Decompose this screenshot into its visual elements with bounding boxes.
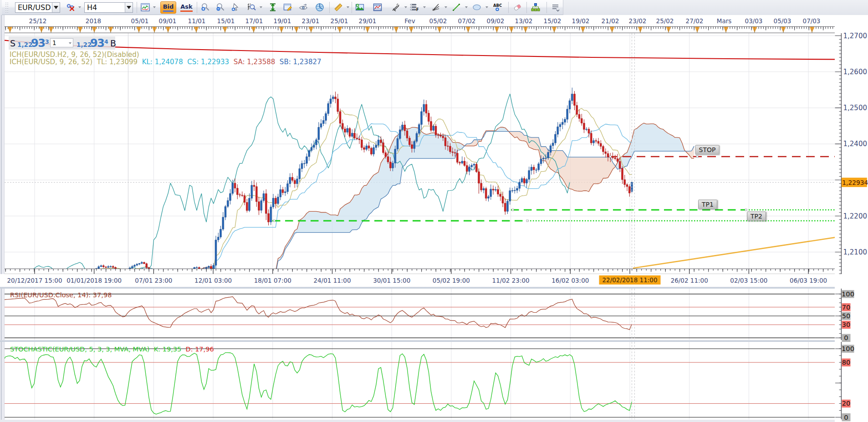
globe-icon[interactable]: [315, 3, 324, 12]
top-axis-date: 11/01: [188, 17, 206, 25]
chart-type-icon[interactable]: [141, 3, 150, 12]
up-candle-bodies: [5, 94, 633, 269]
indicator-row-active[interactable]: ICH(EUR/USD, 9, 26, 52) TL: 1,23099 KL: …: [10, 58, 322, 66]
instrument-dropdown-button[interactable]: [52, 3, 60, 12]
top-axis-date: 05/01: [131, 17, 149, 25]
bottom-time-axis[interactable]: 20/12/2017 15:0001/01/2018 19:0007/01 23…: [0, 274, 868, 287]
fan-lines-icon[interactable]: [431, 3, 440, 12]
list-options-icon[interactable]: [551, 3, 560, 12]
top-axis-date: 07/03: [803, 17, 821, 25]
oscillator-axis-value: 80: [842, 358, 851, 366]
oscillator-axis-value: 50: [842, 312, 851, 320]
trendline-dropdown-arrow[interactable]: [465, 6, 468, 8]
rsi-indicator-label[interactable]: RSI(EUR/USD.Close, 14): 37,98: [10, 291, 112, 299]
ellipse-icon[interactable]: [472, 3, 481, 12]
instrument-select[interactable]: EUR/USD: [15, 2, 60, 13]
price-axis-label: 1,2100: [843, 248, 868, 256]
fibonacci-dropdown-arrow[interactable]: [423, 6, 426, 8]
main-toolbar: EUR/USD H4 Bid Ask: [0, 0, 868, 15]
quote-panel[interactable]: S 1,22 93 3 1 1,22 93 4 B: [9, 36, 115, 50]
timeframe-dropdown-button[interactable]: [125, 3, 133, 12]
oscillator-axis-value: 100: [842, 345, 854, 352]
add-image-icon[interactable]: [355, 3, 364, 12]
fit-vertical-icon[interactable]: [268, 3, 277, 12]
bottom-axis-date: 26/02 11:00: [671, 277, 708, 284]
zoom-in-icon[interactable]: [201, 3, 210, 12]
ich-label: ICH(EUR/USD, 9, 26, 52): [10, 58, 97, 66]
toolbar-panel: EUR/USD H4 Bid Ask: [2, 0, 563, 15]
stop-level-label[interactable]: STOP: [695, 145, 720, 155]
pitchfork-icon[interactable]: [391, 3, 400, 12]
down-candle-bodies: [26, 94, 630, 269]
svg-text:F: F: [416, 8, 419, 12]
buy-label: B: [110, 38, 116, 48]
ellipse-dropdown-arrow[interactable]: [485, 6, 488, 8]
sell-label: S: [10, 38, 15, 48]
bottom-axis-date: 11/02 23:00: [492, 277, 530, 284]
level-drag-handle[interactable]: [696, 156, 698, 158]
ruler-icon[interactable]: [334, 3, 343, 12]
zoom-selection-dropdown-arrow[interactable]: [260, 6, 262, 8]
rsi-gridlines: [35, 289, 808, 340]
pointer-zoom-icon[interactable]: [231, 3, 240, 12]
ruler-dropdown-arrow[interactable]: [347, 6, 349, 8]
top-axis-date: 13/02: [515, 17, 533, 25]
stoch-axis-ticks: [835, 349, 841, 417]
pitchfork-dropdown-arrow[interactable]: [404, 6, 407, 8]
top-axis-date: 25/12: [29, 17, 47, 25]
level-drag-handle[interactable]: [273, 220, 275, 222]
ichimoku-cloud-bullish: [482, 127, 509, 138]
quantity-input[interactable]: 1: [50, 38, 73, 47]
price-axis[interactable]: 1,27001,26001,25001,24001,22001,21001,22…: [835, 29, 868, 422]
rsi-panel-plot[interactable]: [5, 289, 835, 340]
level-drag-handle[interactable]: [609, 156, 611, 158]
ichimoku-cloud-bullish: [616, 123, 686, 169]
top-axis-date: 09/02: [487, 17, 505, 25]
text-abc-icon[interactable]: ABC: [493, 3, 502, 12]
level-drag-handle[interactable]: [512, 209, 514, 211]
tp2-level-label[interactable]: TP2: [747, 212, 766, 221]
top-time-axis[interactable]: 25/12201805/0109/0111/0115/0117/0119/012…: [0, 15, 868, 26]
hierarchy-icon[interactable]: [531, 3, 540, 12]
oscillator-axis-value: 0: [844, 334, 848, 341]
top-axis-date: 23/02: [629, 17, 647, 25]
zoom-selection-icon[interactable]: [247, 3, 256, 12]
top-axis-date: 03/03: [745, 17, 763, 25]
quantity-dropdown-arrow[interactable]: [69, 42, 71, 44]
bid-button[interactable]: Bid: [160, 1, 176, 14]
chart-type-dropdown-arrow[interactable]: [153, 6, 156, 8]
chart-frame-icon[interactable]: [373, 3, 382, 12]
tp1-level-label[interactable]: TP1: [698, 200, 717, 209]
edit-window-icon[interactable]: [283, 3, 292, 12]
trendline-icon[interactable]: [452, 3, 461, 12]
bottom-axis-date: 30/01 15:00: [373, 277, 410, 284]
stochastic-k-line: [5, 353, 632, 414]
level-drag-handle[interactable]: [745, 209, 747, 211]
zoom-out-icon[interactable]: [216, 3, 225, 12]
timeframe-select[interactable]: H4: [84, 2, 133, 13]
top-axis-date: 05/03: [774, 17, 791, 25]
yellow-trend-line[interactable]: [633, 237, 835, 268]
ask-button[interactable]: Ask: [179, 1, 194, 14]
stochastic-panel-plot[interactable]: [5, 342, 835, 422]
unlink-dropdown-arrow[interactable]: [78, 6, 81, 8]
bottom-axis-date: 06/03 19:00: [790, 277, 827, 284]
top-axis-date: 19/01: [274, 17, 291, 25]
top-tick-ruler[interactable]: [5, 26, 841, 33]
fan-dropdown-arrow[interactable]: [444, 6, 447, 8]
timeframe-value: H4: [85, 3, 97, 12]
eraser-icon[interactable]: [513, 3, 522, 12]
level-drag-handle[interactable]: [526, 220, 528, 222]
buy-price-sup: 4: [104, 38, 108, 45]
unlink-icon[interactable]: [66, 3, 75, 12]
stochastic-indicator-label[interactable]: STOCHASTIC(EUR/USD, 5, 3, 3, MVA, MVA) K…: [10, 346, 214, 353]
top-axis-date: 15/02: [544, 17, 562, 25]
stochastic-k-label: STOCHASTIC(EUR/USD, 5, 3, 3, MVA, MVA) K…: [10, 346, 181, 353]
sell-price-sup: 3: [45, 38, 49, 45]
price-axis-label: 1,2500: [843, 104, 868, 112]
fibonacci-levels-icon[interactable]: F: [410, 3, 419, 12]
visibility-icon[interactable]: [299, 3, 308, 12]
bottom-axis-date: 07/01 23:00: [135, 277, 172, 284]
toolbar-grip-handle[interactable]: [5, 2, 9, 13]
chikou-value: CS: 1,22933: [187, 58, 229, 66]
